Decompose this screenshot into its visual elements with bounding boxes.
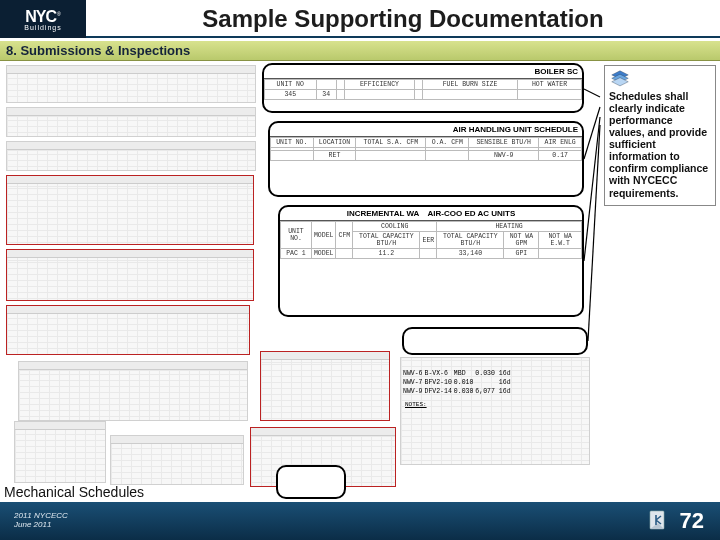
schedule-sheet: NWV-6B-VX-6MBD0.03016d NWV-7BFV2-100.010… xyxy=(400,357,590,465)
trademark-icon: ® xyxy=(57,11,61,17)
section-label: 8. Submissions & Inspections xyxy=(0,43,190,58)
callout-boiler-schedule: BOILER SC UNIT NO EFFICIENCY FUEL BURN S… xyxy=(262,63,584,113)
svg-line-1 xyxy=(584,107,600,159)
svg-line-3 xyxy=(588,125,600,341)
content-canvas: NWV-6B-VX-6MBD0.03016d NWV-7BFV2-100.010… xyxy=(0,61,720,502)
annotation-text: Schedules shall clearly indicate perform… xyxy=(609,90,711,199)
callout-title: BOILER SC xyxy=(264,65,582,79)
callout-highlight-row xyxy=(402,327,588,355)
page-number: 72 xyxy=(680,508,704,534)
document-stack-icon xyxy=(609,70,631,88)
callout-incremental-schedule: INCREMENTAL WA AIR-COO ED AC UNITS UNIT … xyxy=(278,205,584,317)
callout-title: INCREMENTAL WA AIR-COO ED AC UNITS xyxy=(280,207,582,221)
nyc-buildings-logo: NYC ® Buildings xyxy=(0,0,86,38)
slide-footer: 2011 NYCECC June 2011 72 xyxy=(0,502,720,540)
slide-header: NYC ® Buildings Sample Supporting Docume… xyxy=(0,0,720,38)
schedule-sheet xyxy=(110,435,244,485)
schedule-sheet xyxy=(6,141,256,171)
footer-left: 2011 NYCECC June 2011 xyxy=(0,512,68,530)
page-flip-icon xyxy=(646,509,670,533)
schedule-sheet xyxy=(6,65,256,103)
callout-ahu-schedule: AIR HANDLING UNIT SCHEDULE UNIT NO. LOCA… xyxy=(268,121,584,197)
svg-line-2 xyxy=(584,117,600,261)
logo-subtext: Buildings xyxy=(24,24,61,31)
section-bar: 8. Submissions & Inspections xyxy=(0,41,720,61)
notes-label: NOTES: xyxy=(405,401,589,408)
annotation-panel: Schedules shall clearly indicate perform… xyxy=(604,65,716,206)
figure-caption: Mechanical Schedules xyxy=(4,484,144,500)
schedule-sheet xyxy=(6,305,250,355)
title-underline xyxy=(86,36,720,38)
schedule-sheet xyxy=(260,351,390,421)
schedule-sheet xyxy=(14,421,106,483)
callout-highlight-cell xyxy=(276,465,346,499)
callout-title: AIR HANDLING UNIT SCHEDULE xyxy=(270,123,582,137)
svg-line-0 xyxy=(584,89,600,97)
footer-date: June 2011 xyxy=(14,521,68,530)
schedule-sheet xyxy=(6,107,256,137)
schedule-sheet xyxy=(6,249,254,301)
schedule-sheet xyxy=(6,175,254,245)
page-title: Sample Supporting Documentation xyxy=(86,5,720,33)
schedule-sheet xyxy=(18,361,248,421)
